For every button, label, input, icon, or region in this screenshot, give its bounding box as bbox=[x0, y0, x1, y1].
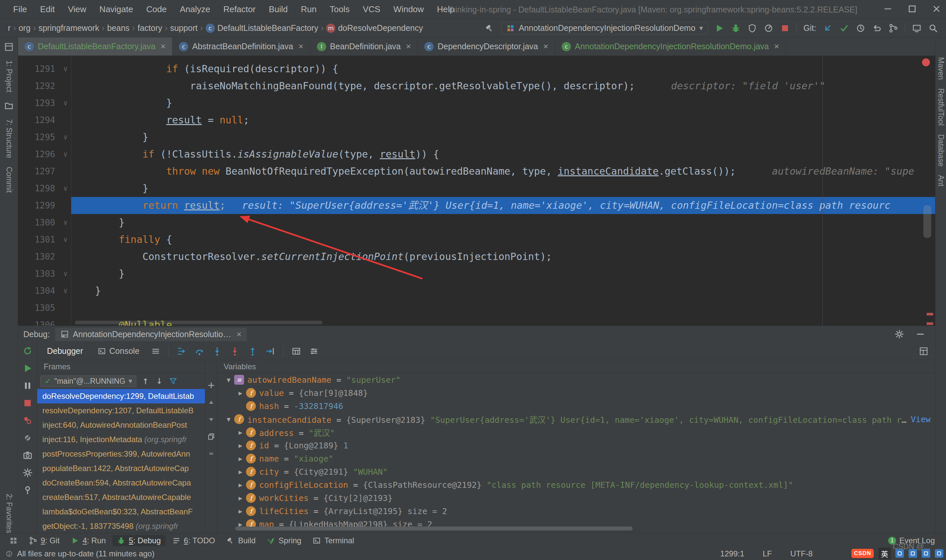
monitor-icon[interactable] bbox=[912, 23, 922, 33]
error-indicator[interactable] bbox=[922, 58, 930, 66]
tab-DefaultListableBeanFactory.java[interactable]: cDefaultListableBeanFactory.java× bbox=[18, 37, 173, 55]
thread-dump-icon[interactable] bbox=[22, 450, 33, 460]
view-breakpoints-icon[interactable] bbox=[22, 415, 33, 426]
breadcrumb-item-r[interactable]: r bbox=[6, 23, 12, 33]
line-number-1296[interactable]: 1296∨ bbox=[18, 146, 71, 163]
stack-frame[interactable]: lambda$doGetBean$0:323, AbstractBeanF bbox=[37, 505, 205, 519]
sidebar-item-1-project[interactable]: 1: Project bbox=[5, 60, 14, 92]
debug-session-tab[interactable]: AnnotationDependencyInjectionResolutio… … bbox=[55, 328, 247, 341]
tool-window-button-switcher[interactable] bbox=[5, 535, 22, 546]
stack-frame[interactable]: inject:640, AutowiredAnnotationBeanPost bbox=[37, 418, 205, 432]
fold-marker-icon[interactable]: ∨ bbox=[63, 282, 68, 299]
stack-frame[interactable]: createBean:517, AbstractAutowireCapable bbox=[37, 490, 205, 505]
run-to-cursor-icon[interactable] bbox=[265, 346, 275, 356]
variable-row-address[interactable]: ▶faddress = "武汉" bbox=[217, 426, 935, 439]
variable-row-city[interactable]: ▶fcity = {City@2191} "WUHAN" bbox=[217, 465, 935, 478]
layout-settings-icon[interactable] bbox=[919, 346, 929, 356]
expand--icon[interactable]: ▶ bbox=[235, 455, 246, 462]
line-number-1306[interactable]: 1306 bbox=[18, 317, 71, 326]
step-out-icon[interactable] bbox=[248, 346, 257, 356]
breadcrumb-item-support[interactable]: support bbox=[168, 23, 199, 33]
line-number-1303[interactable]: 1303∨ bbox=[18, 265, 71, 282]
bug-icon[interactable] bbox=[731, 23, 741, 33]
run-configuration-selector[interactable]: AnnotationDependencyInjectionResolutionD… bbox=[501, 22, 708, 34]
breadcrumb-item-beans[interactable]: beans bbox=[105, 23, 131, 33]
show-execution-point-icon[interactable] bbox=[177, 346, 186, 356]
breadcrumb-item-doResolveDependency[interactable]: mdoResolveDependency bbox=[324, 23, 425, 33]
fold-marker-icon[interactable]: ∨ bbox=[63, 265, 68, 282]
line-number-1298[interactable]: 1298∨ bbox=[18, 180, 71, 197]
tab-BeanDefinition.java[interactable]: IBeanDefinition.java× bbox=[310, 37, 418, 55]
stack-frame[interactable]: getObject:-1, 1837735498 (org.springfr bbox=[37, 519, 205, 533]
profiler-icon[interactable] bbox=[764, 23, 773, 33]
play-icon[interactable] bbox=[715, 23, 724, 33]
line-number-1305[interactable]: 1305 bbox=[18, 299, 71, 317]
variable-row-autowiredBeanName[interactable]: ▼≡autowiredBeanName = "superUser" bbox=[217, 373, 935, 386]
menu-icon[interactable] bbox=[151, 346, 160, 356]
line-number-1300[interactable]: 1300∨ bbox=[18, 214, 71, 231]
stack-frame[interactable]: postProcessProperties:399, AutowiredAnn bbox=[37, 447, 205, 461]
code-editor[interactable]: 1291∨12921293∨12941295∨1296∨12971298∨129… bbox=[18, 56, 935, 326]
stack-frame[interactable]: doCreateBean:594, AbstractAutowireCapa bbox=[37, 475, 205, 490]
sidebar-item-commit[interactable]: Commit bbox=[5, 167, 14, 193]
expand--icon[interactable]: ▶ bbox=[235, 481, 246, 488]
stack-frame[interactable]: resolveDependency:1207, DefaultListableB bbox=[37, 403, 205, 418]
table-icon[interactable] bbox=[291, 346, 301, 356]
sidebar-item-database[interactable]: Database bbox=[937, 134, 945, 166]
file-encoding[interactable]: UTF-8 bbox=[790, 549, 813, 558]
breadcrumb-item-DefaultListableBeanFactory[interactable]: cDefaultListableBeanFactory bbox=[203, 23, 320, 33]
menu-item-edit[interactable]: Edit bbox=[34, 4, 62, 14]
stop-icon[interactable] bbox=[22, 398, 33, 408]
sidebar-item-maven[interactable]: Maven bbox=[937, 57, 945, 80]
pin-icon[interactable] bbox=[22, 485, 33, 495]
step-over-icon[interactable] bbox=[194, 346, 204, 356]
project-icon[interactable] bbox=[4, 42, 14, 52]
variable-row-instanceCandidate[interactable]: ▼finstanceCandidate = {SuperUser@2183} "… bbox=[217, 412, 935, 426]
git-history-icon[interactable] bbox=[856, 23, 866, 33]
plus-icon[interactable] bbox=[207, 381, 216, 390]
line-number-1302[interactable]: 1302 bbox=[18, 248, 71, 265]
expand--icon[interactable]: ▶ bbox=[235, 508, 246, 515]
coverage-icon[interactable] bbox=[747, 23, 757, 33]
fold-marker-icon[interactable]: ∨ bbox=[63, 146, 68, 163]
view-value-link[interactable]: View bbox=[911, 415, 931, 424]
editor-code-pane[interactable]: if (isRequired(descriptor)) { raiseNoMat… bbox=[71, 56, 935, 326]
gear-icon[interactable] bbox=[894, 329, 904, 339]
stop-icon[interactable] bbox=[780, 23, 790, 33]
resume-icon[interactable] bbox=[22, 363, 33, 374]
tool-window-button-terminal[interactable]: Terminal bbox=[308, 535, 359, 546]
line-number-1293[interactable]: 1293∨ bbox=[18, 95, 71, 112]
editor-gutter[interactable]: 1291∨12921293∨12941295∨1296∨12971298∨129… bbox=[18, 56, 71, 326]
thread-selector[interactable]: ✓ "main"@...RUNNING ▾ bbox=[40, 375, 136, 387]
fold-marker-icon[interactable]: ∨ bbox=[63, 231, 68, 248]
frame-up-icon[interactable] bbox=[141, 377, 150, 386]
stack-frame[interactable]: populateBean:1422, AbstractAutowireCap bbox=[37, 461, 205, 475]
menu-item-code[interactable]: Code bbox=[140, 4, 173, 14]
step-into-icon[interactable] bbox=[212, 346, 222, 356]
triangle-up-icon[interactable] bbox=[207, 398, 216, 407]
minimize-button[interactable] bbox=[883, 4, 893, 15]
close-button[interactable] bbox=[932, 4, 941, 15]
line-number-1292[interactable]: 1292 bbox=[18, 77, 71, 95]
infinity-icon[interactable]: ∞ bbox=[207, 449, 216, 458]
expand--icon[interactable]: ▶ bbox=[235, 442, 246, 449]
line-number-1299[interactable]: 1299 bbox=[18, 197, 71, 214]
expand--icon[interactable]: ▶ bbox=[235, 494, 246, 502]
menu-item-build[interactable]: Build bbox=[262, 4, 294, 14]
settings-icon[interactable] bbox=[22, 468, 33, 478]
hammer-icon[interactable] bbox=[485, 23, 495, 33]
close-icon[interactable]: × bbox=[236, 329, 242, 339]
git-branches-icon[interactable] bbox=[889, 23, 898, 33]
copy-icon[interactable] bbox=[207, 432, 216, 441]
fold-marker-icon[interactable]: ∨ bbox=[63, 180, 68, 197]
search-icon[interactable] bbox=[928, 23, 938, 33]
triangle-down-icon[interactable] bbox=[207, 415, 216, 424]
error-stripe-mark[interactable] bbox=[927, 313, 933, 315]
fold-marker-icon[interactable]: ∨ bbox=[63, 129, 68, 146]
menu-item-refactor[interactable]: Refactor bbox=[217, 4, 262, 14]
close-icon[interactable]: × bbox=[298, 42, 303, 52]
sidebar-item-2-favorites[interactable]: 2: Favorites bbox=[5, 494, 14, 533]
fold-marker-icon[interactable]: ∨ bbox=[63, 60, 68, 77]
editor-vertical-scrollbar[interactable] bbox=[923, 205, 931, 238]
sidebar-item-ant[interactable]: Ant bbox=[937, 175, 945, 186]
